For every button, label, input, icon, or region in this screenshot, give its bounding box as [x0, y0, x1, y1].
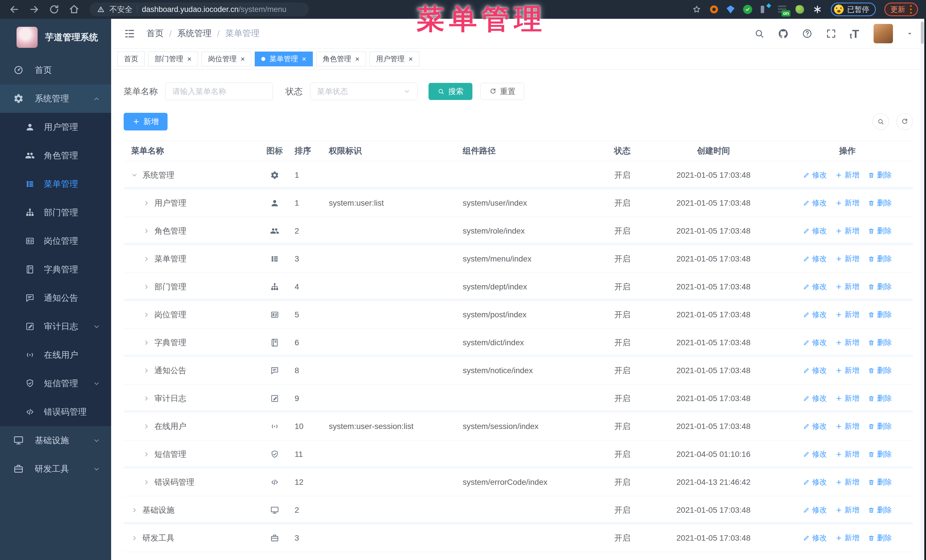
action-新增[interactable]: 新增	[835, 309, 859, 320]
browser-forward-icon[interactable]	[29, 4, 40, 15]
action-新增[interactable]: 新增	[835, 533, 859, 543]
chevron-right-icon[interactable]	[143, 311, 150, 318]
user-avatar[interactable]	[873, 24, 893, 43]
sidebar-item-10[interactable]: 在线用户	[0, 341, 111, 369]
action-删除[interactable]: 删除	[868, 309, 892, 320]
action-修改[interactable]: 修改	[803, 533, 827, 543]
sidebar-fold-icon[interactable]	[124, 28, 136, 39]
paused-extension-pill[interactable]: 已暂停	[831, 3, 876, 16]
refresh-table-button[interactable]	[896, 113, 913, 130]
tab-首页[interactable]: 首页	[117, 51, 145, 66]
action-删除[interactable]: 删除	[868, 421, 892, 431]
action-新增[interactable]: 新增	[835, 449, 859, 459]
table-row[interactable]: 审计日志 9 开启 2021-01-05 17:03:48 修改新增删除	[124, 385, 913, 412]
update-browser-button[interactable]: 更新	[884, 3, 918, 16]
breadcrumb-item[interactable]: 首页	[147, 28, 163, 39]
extension-columns-icon[interactable]	[761, 5, 769, 14]
sidebar-item-1[interactable]: 系统管理	[0, 84, 111, 113]
sidebar-item-9[interactable]: 审计日志	[0, 312, 111, 341]
chevron-down-icon[interactable]	[131, 172, 138, 179]
sidebar-item-0[interactable]: 首页	[0, 56, 111, 84]
table-row[interactable]: 角色管理 2 system/role/index 开启 2021-01-05 1…	[124, 217, 913, 245]
action-新增[interactable]: 新增	[835, 365, 859, 376]
table-row[interactable]: 通知公告 8 system/notice/index 开启 2021-01-05…	[124, 357, 913, 385]
chevron-right-icon[interactable]	[143, 423, 150, 430]
chevron-right-icon[interactable]	[143, 255, 150, 262]
action-新增[interactable]: 新增	[835, 505, 859, 515]
search-icon[interactable]	[754, 28, 765, 39]
action-修改[interactable]: 修改	[803, 505, 827, 515]
action-新增[interactable]: 新增	[835, 282, 859, 292]
action-修改[interactable]: 修改	[803, 198, 827, 208]
action-修改[interactable]: 修改	[803, 449, 827, 459]
extensions-puzzle-icon[interactable]	[813, 5, 822, 14]
action-删除[interactable]: 删除	[868, 477, 892, 487]
table-row[interactable]: 岗位管理 5 system/post/index 开启 2021-01-05 1…	[124, 301, 913, 329]
sidebar-item-6[interactable]: 岗位管理	[0, 227, 111, 255]
chevron-right-icon[interactable]	[143, 284, 150, 290]
extension-gem-icon[interactable]	[726, 5, 735, 14]
close-icon[interactable]: ×	[355, 55, 360, 63]
add-button[interactable]: 新增	[124, 113, 168, 130]
action-删除[interactable]: 删除	[868, 449, 892, 459]
search-button[interactable]: 搜索	[428, 83, 472, 100]
tab-部门管理[interactable]: 部门管理 ×	[148, 51, 198, 66]
tab-菜单管理[interactable]: 菜单管理 ×	[255, 51, 313, 66]
close-icon[interactable]: ×	[241, 55, 245, 63]
browser-back-icon[interactable]	[9, 4, 20, 15]
chevron-right-icon[interactable]	[143, 451, 150, 458]
action-删除[interactable]: 删除	[868, 338, 892, 347]
table-row[interactable]: 错误码管理 12 system/errorCode/index 开启 2021-…	[124, 468, 913, 496]
table-row[interactable]: 菜单管理 3 system/menu/index 开启 2021-01-05 1…	[124, 245, 913, 273]
action-修改[interactable]: 修改	[803, 282, 827, 292]
close-icon[interactable]: ×	[409, 55, 413, 63]
chevron-right-icon[interactable]	[131, 507, 138, 513]
table-row[interactable]: 部门管理 4 system/dept/index 开启 2021-01-05 1…	[124, 273, 913, 301]
caret-down-icon[interactable]	[906, 30, 914, 37]
action-修改[interactable]: 修改	[803, 226, 827, 236]
action-删除[interactable]: 删除	[868, 282, 892, 292]
chevron-right-icon[interactable]	[143, 339, 150, 346]
extension-ubuntu-icon[interactable]	[710, 5, 718, 14]
sidebar-item-13[interactable]: 基础设施	[0, 426, 111, 454]
chevron-right-icon[interactable]	[143, 479, 150, 486]
action-新增[interactable]: 新增	[835, 170, 859, 180]
action-删除[interactable]: 删除	[868, 533, 892, 543]
action-删除[interactable]: 删除	[868, 170, 892, 180]
tab-角色管理[interactable]: 角色管理 ×	[316, 51, 366, 66]
status-select[interactable]: 菜单状态	[310, 83, 418, 100]
table-row[interactable]: 系统管理 1 开启 2021-01-05 17:03:48 修改新增删除	[124, 161, 913, 189]
action-修改[interactable]: 修改	[803, 309, 827, 320]
fontsize-icon[interactable]: tT	[850, 28, 861, 39]
action-新增[interactable]: 新增	[835, 393, 859, 403]
action-新增[interactable]: 新增	[835, 477, 859, 487]
tab-用户管理[interactable]: 用户管理 ×	[369, 51, 419, 66]
browser-home-icon[interactable]	[68, 4, 80, 15]
sidebar-item-4[interactable]: 菜单管理	[0, 170, 111, 198]
table-row[interactable]: 用户管理 1 system:user:list system/user/inde…	[124, 189, 913, 217]
action-删除[interactable]: 删除	[868, 226, 892, 236]
browser-reload-icon[interactable]	[48, 4, 60, 15]
table-row[interactable]: 字典管理 6 system/dict/index 开启 2021-01-05 1…	[124, 329, 913, 357]
action-修改[interactable]: 修改	[803, 365, 827, 376]
action-修改[interactable]: 修改	[803, 338, 827, 347]
browser-menu-dots-icon[interactable]	[910, 5, 912, 14]
action-删除[interactable]: 删除	[868, 505, 892, 515]
sidebar-item-3[interactable]: 角色管理	[0, 141, 111, 170]
sidebar-item-12[interactable]: 错误码管理	[0, 398, 111, 426]
chevron-right-icon[interactable]	[143, 228, 150, 234]
breadcrumb-item[interactable]: 系统管理	[177, 28, 212, 39]
sidebar-item-5[interactable]: 部门管理	[0, 198, 111, 227]
action-删除[interactable]: 删除	[868, 365, 892, 376]
sidebar-item-8[interactable]: 通知公告	[0, 284, 111, 312]
close-icon[interactable]: ×	[302, 55, 306, 63]
action-删除[interactable]: 删除	[868, 393, 892, 403]
action-删除[interactable]: 删除	[868, 198, 892, 208]
action-修改[interactable]: 修改	[803, 477, 827, 487]
question-icon[interactable]	[802, 28, 813, 39]
table-row[interactable]: 基础设施 2 开启 2021-01-05 17:03:48 修改新增删除	[124, 496, 913, 524]
scrollbar-thumb[interactable]	[921, 22, 924, 44]
extension-dino-icon[interactable]	[796, 5, 804, 14]
app-logo-row[interactable]: 芋道管理系统	[0, 19, 111, 56]
chevron-right-icon[interactable]	[143, 395, 150, 402]
